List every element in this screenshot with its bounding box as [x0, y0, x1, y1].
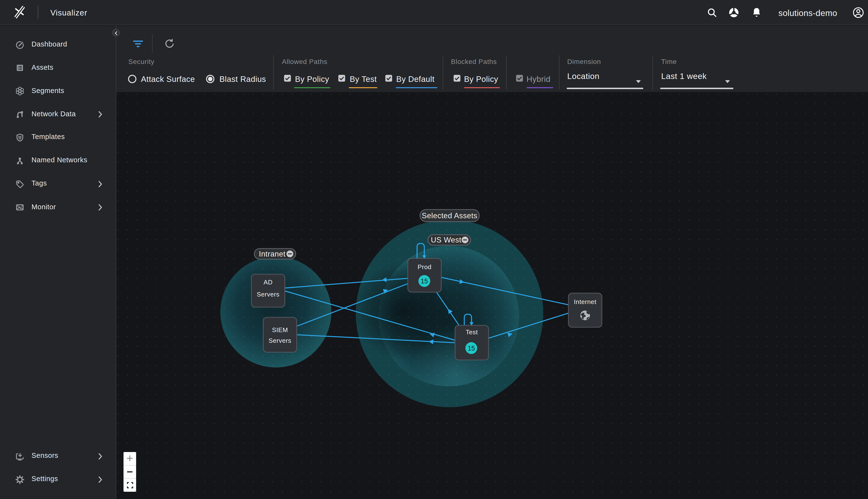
svg-text:SIEM: SIEM — [272, 326, 288, 333]
svg-text:15: 15 — [468, 345, 475, 352]
svg-text:Test: Test — [466, 328, 478, 336]
svg-text:Internet: Internet — [574, 298, 596, 305]
svg-text:Selected Assets: Selected Assets — [422, 211, 478, 220]
svg-text:AD: AD — [263, 279, 272, 286]
svg-text:Servers: Servers — [257, 291, 280, 298]
svg-text:Intranet: Intranet — [259, 250, 286, 258]
svg-text:US West: US West — [431, 236, 461, 244]
svg-text:Servers: Servers — [269, 337, 292, 344]
svg-text:Prod: Prod — [418, 263, 431, 270]
svg-text:15: 15 — [421, 278, 428, 285]
